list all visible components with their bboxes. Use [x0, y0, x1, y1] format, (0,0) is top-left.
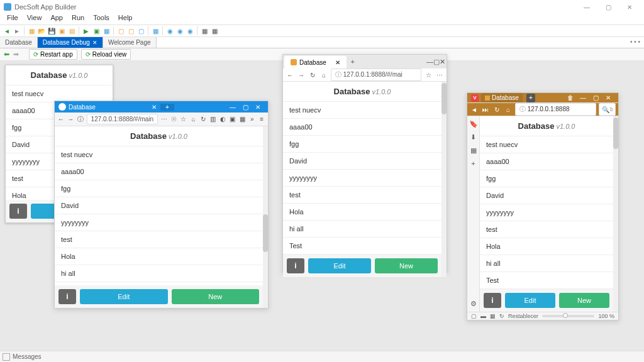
new-button[interactable]: New: [375, 258, 438, 273]
trash-icon[interactable]: 🗑: [564, 94, 577, 101]
maximize-button[interactable]: ▢: [597, 1, 619, 13]
url-input[interactable]: ⓘ 127.0.0.1:8888/#/mai: [331, 69, 421, 81]
bookmark-icon[interactable]: 🔖: [469, 120, 478, 128]
info-button[interactable]: i: [484, 293, 501, 308]
tool-open-icon[interactable]: 📂: [37, 26, 46, 35]
menu-icon[interactable]: ≡: [258, 115, 265, 124]
url-input[interactable]: ⓘ 127.0.0.1:8888: [515, 103, 596, 116]
list-item[interactable]: David: [55, 197, 263, 214]
list-item[interactable]: test: [283, 187, 441, 204]
tool-icon-4[interactable]: ▦: [151, 26, 160, 35]
tab-welcome[interactable]: Welcome Page: [103, 37, 157, 48]
home-icon[interactable]: ⌂: [504, 105, 513, 114]
minimize-button[interactable]: —: [576, 1, 597, 13]
minimize-button[interactable]: —: [426, 58, 433, 65]
close-button[interactable]: ✕: [602, 94, 614, 101]
search-icon[interactable]: 🔍: [601, 105, 610, 114]
scrollbar[interactable]: [263, 126, 268, 308]
list-item[interactable]: test nuecv: [480, 136, 613, 153]
list-item[interactable]: test: [55, 231, 263, 248]
tool-icon-6[interactable]: ◉: [175, 26, 184, 35]
maximize-button[interactable]: ▢: [239, 104, 252, 111]
info-button[interactable]: i: [287, 258, 304, 273]
list-item[interactable]: Hola: [55, 248, 263, 265]
tool-paste-icon[interactable]: ▤: [67, 26, 76, 35]
tool-icon-3[interactable]: ▢: [136, 26, 145, 35]
ff-icon[interactable]: ⏭: [481, 105, 490, 114]
back-icon[interactable]: ⬅: [4, 50, 9, 58]
list-item[interactable]: test: [480, 221, 613, 238]
tool-nav-back-icon[interactable]: ◄: [3, 26, 11, 35]
list-item[interactable]: aaaa00: [283, 119, 441, 136]
list-item[interactable]: test nuecv: [55, 146, 263, 163]
new-button[interactable]: New: [559, 293, 609, 308]
minimize-button[interactable]: —: [577, 94, 589, 101]
edit-button[interactable]: Edit: [505, 293, 555, 308]
maximize-button[interactable]: ▢: [589, 94, 602, 101]
list-item[interactable]: David: [283, 153, 441, 170]
library-icon[interactable]: ▥: [209, 115, 217, 124]
tab-database-debug[interactable]: Database Debug✕: [38, 37, 103, 48]
list-item[interactable]: Test: [480, 272, 613, 289]
close-button[interactable]: ✕: [619, 1, 640, 13]
new-button[interactable]: New: [172, 289, 260, 304]
menu-file[interactable]: File: [3, 14, 23, 25]
tool-icon-1[interactable]: ▢: [116, 26, 125, 35]
new-tab-button[interactable]: +: [160, 104, 174, 111]
tool-save-icon[interactable]: 💾: [47, 26, 56, 35]
tool-icon-8[interactable]: ▦: [200, 26, 209, 35]
tab-database[interactable]: Database: [0, 37, 38, 48]
reload-icon[interactable]: ↻: [199, 115, 207, 124]
reload-icon[interactable]: ↻: [308, 70, 317, 79]
panel-icon[interactable]: ▦: [470, 146, 477, 155]
list-item[interactable]: hi all: [55, 265, 263, 282]
menu-help[interactable]: Help: [114, 14, 137, 25]
tool-new-icon[interactable]: ▦: [27, 26, 36, 35]
list-item[interactable]: yyyyyyyy: [480, 204, 613, 221]
tool-icon-5[interactable]: ◉: [165, 26, 174, 35]
account-icon[interactable]: ◐: [219, 115, 226, 124]
list-item[interactable]: fgg: [480, 170, 613, 187]
tool-icon-7[interactable]: ◉: [186, 26, 194, 35]
list-item[interactable]: Hola: [283, 204, 441, 221]
gear-icon[interactable]: ⚙: [470, 300, 477, 308]
capture-icon[interactable]: ↻: [499, 313, 504, 319]
star-icon[interactable]: ☆: [180, 115, 187, 124]
menu-icon[interactable]: ⋯: [435, 70, 444, 79]
home-icon[interactable]: ⌂: [319, 70, 328, 79]
list-item[interactable]: test nuecv: [6, 85, 113, 102]
image-toggle-icon[interactable]: ▬: [480, 313, 486, 319]
menu-tools[interactable]: Tools: [89, 14, 114, 25]
list-item[interactable]: David: [480, 187, 613, 204]
more-icon[interactable]: ⋯: [160, 115, 168, 124]
list-item[interactable]: fgg: [283, 136, 441, 153]
tab-overflow-icon[interactable]: • • •: [626, 37, 644, 48]
tool-nav-fwd-icon[interactable]: ►: [13, 26, 21, 35]
tool-icon-9[interactable]: ▦: [210, 26, 219, 35]
new-tab-button[interactable]: +: [526, 94, 535, 102]
tool-copy-icon[interactable]: ▣: [57, 26, 66, 35]
back-icon[interactable]: ◄: [470, 105, 479, 114]
minimize-button[interactable]: —: [226, 104, 239, 111]
list-item[interactable]: test nuecv: [283, 102, 441, 119]
panel-toggle-icon[interactable]: ▢: [471, 313, 477, 319]
forward-icon[interactable]: →: [67, 115, 75, 124]
vivaldi-tab[interactable]: Database: [481, 93, 523, 102]
overflow-icon[interactable]: »: [248, 115, 256, 124]
close-button[interactable]: ✕: [252, 104, 264, 111]
tool-build-icon[interactable]: ▦: [102, 26, 111, 35]
ext-icon[interactable]: ▦: [238, 115, 246, 124]
info-icon[interactable]: ⓘ: [77, 115, 84, 124]
pocket-icon[interactable]: ▣: [229, 115, 236, 124]
tab-close-icon[interactable]: ✕: [335, 59, 340, 66]
menu-run[interactable]: Run: [67, 14, 89, 25]
forward-icon[interactable]: →: [297, 70, 306, 79]
tab-close-icon[interactable]: ✕: [148, 104, 160, 111]
list-item[interactable]: hi all: [283, 221, 441, 238]
shield-icon[interactable]: ☉: [170, 115, 178, 124]
menu-view[interactable]: View: [23, 14, 47, 25]
home-icon[interactable]: ⌂: [190, 115, 197, 124]
maximize-button[interactable]: ▢: [433, 58, 440, 66]
forward-icon[interactable]: ➡: [13, 50, 19, 58]
tool-debug-icon[interactable]: ▣: [92, 26, 101, 35]
